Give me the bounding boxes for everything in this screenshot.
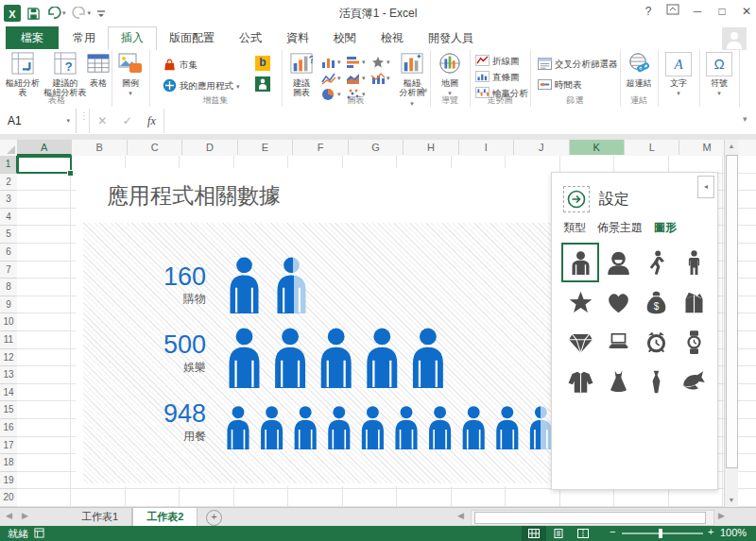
shape-option-alarm-clock[interactable] [637, 322, 675, 362]
maximize-button[interactable]: □ [714, 5, 730, 18]
vertical-scrollbar[interactable]: ▲ ▼ [724, 140, 738, 507]
shape-option-whale[interactable] [675, 362, 713, 401]
illustrations-button[interactable]: 圖例▾ [115, 52, 146, 98]
column-header-K[interactable]: K [570, 140, 625, 155]
shape-option-person-walking[interactable] [637, 243, 675, 282]
row-header-13[interactable]: 13 [0, 366, 17, 384]
shape-option-jacket[interactable] [561, 362, 599, 401]
insert-area-chart-button[interactable]: ▾ [346, 70, 370, 86]
ribbon-tab-公式[interactable]: 公式 [227, 26, 274, 50]
shape-option-diamond[interactable] [561, 322, 599, 362]
ribbon-tab-file[interactable]: 檔案 [6, 26, 59, 49]
row-header-4[interactable]: 4 [0, 209, 17, 227]
name-box[interactable]: A1 ▾ [0, 109, 77, 133]
normal-view-icon[interactable] [522, 526, 546, 541]
timeline-button[interactable]: 時間表 [538, 78, 582, 93]
row-header-8[interactable]: 8 [0, 279, 17, 296]
column-header-G[interactable]: G [349, 140, 404, 155]
shape-option-person-bust[interactable] [599, 243, 637, 282]
hyperlink-button[interactable]: 超連結 [623, 52, 655, 88]
insert-function-icon[interactable]: fx [147, 114, 156, 128]
insert-line-chart-button[interactable]: ▾ [321, 70, 346, 86]
ribbon-display-options-button[interactable] [665, 4, 680, 18]
pane-tab-類型[interactable]: 類型 [563, 220, 586, 236]
ribbon-tab-插入[interactable]: 插入 [108, 26, 157, 51]
row-header-16[interactable]: 16 [0, 419, 17, 437]
sparkline-line-button[interactable]: 折線圖 [475, 55, 520, 68]
ribbon-tab-常用[interactable]: 常用 [60, 26, 108, 50]
shape-option-person-standing[interactable] [675, 243, 713, 282]
sparkline-column-button[interactable]: 直條圖 [475, 71, 520, 84]
row-header-7[interactable]: 7 [0, 262, 17, 279]
shape-option-laptop[interactable] [599, 322, 637, 362]
column-header-D[interactable]: D [182, 140, 237, 155]
ribbon-tab-校閱[interactable]: 校閱 [321, 26, 369, 50]
page-break-view-icon[interactable] [571, 526, 595, 541]
shape-option-money-bag[interactable]: $ [637, 282, 675, 322]
pane-tab-圖形[interactable]: 圖形 [654, 220, 677, 236]
hscroll-right-icon[interactable]: ▶ [718, 511, 725, 520]
ribbon-tab-資料[interactable]: 資料 [274, 26, 321, 50]
zoom-slider-thumb[interactable] [659, 529, 662, 538]
my-apps-button[interactable]: 我的應用程式▾ [163, 78, 240, 94]
shape-option-dress[interactable] [599, 362, 637, 401]
next-sheet-icon[interactable]: ▶ [22, 511, 28, 520]
formula-bar-expand-icon[interactable]: ▾ [743, 114, 747, 124]
shape-option-heart[interactable] [599, 282, 637, 322]
column-header-E[interactable]: E [238, 140, 293, 155]
row-header-12[interactable]: 12 [0, 349, 17, 367]
formula-bar-splitter[interactable]: ⋮ [79, 113, 89, 118]
macro-record-icon[interactable] [34, 528, 44, 540]
hscroll-left-icon[interactable]: ◀ [457, 511, 464, 520]
slicer-button[interactable]: 交叉分析篩選器 [538, 58, 618, 72]
insert-stock-chart-button[interactable]: ▾ [370, 54, 395, 70]
pane-collapse-button[interactable]: ◂ [697, 176, 714, 198]
zoom-slider-track[interactable] [622, 533, 703, 534]
new-sheet-button[interactable]: + [206, 510, 222, 526]
page-layout-view-icon[interactable] [546, 526, 571, 541]
insert-bar-chart-button[interactable]: ▾ [346, 54, 370, 70]
ribbon-tab-開發人員[interactable]: 開發人員 [416, 26, 486, 50]
row-header-18[interactable]: 18 [0, 454, 17, 472]
shape-option-wristwatch[interactable] [675, 322, 713, 362]
row-header-14[interactable]: 14 [0, 384, 17, 402]
row-header-6[interactable]: 6 [0, 244, 17, 262]
column-header-I[interactable]: I [459, 140, 514, 155]
column-header-L[interactable]: L [625, 140, 679, 155]
row-header-10[interactable]: 10 [0, 313, 17, 331]
recommended-pivottables-button[interactable]: ? 建議的樞紐分析表 [43, 52, 87, 97]
zoom-level-label[interactable]: 100% [720, 527, 747, 538]
sheet-tab-工作表1[interactable]: 工作表1 [68, 508, 132, 527]
horizontal-scrollbar-thumb[interactable] [474, 512, 706, 524]
row-header-2[interactable]: 2 [0, 174, 17, 192]
shape-option-milk-carton[interactable] [675, 282, 713, 322]
row-header-15[interactable]: 15 [0, 401, 17, 419]
store-button[interactable]: 市集 [163, 58, 198, 74]
row-header-3[interactable]: 3 [0, 191, 17, 209]
bing-maps-addin-button[interactable]: b [255, 56, 270, 71]
shape-option-gown[interactable] [637, 362, 675, 401]
recommended-charts-button[interactable]: ? 建議圖表 [284, 52, 318, 97]
row-header-1[interactable]: 1 [0, 156, 18, 174]
column-header-H[interactable]: H [404, 140, 458, 155]
row-header-11[interactable]: 11 [0, 331, 17, 349]
fill-handle[interactable] [67, 170, 74, 177]
row-header-5[interactable]: 5 [0, 226, 17, 244]
select-all-corner[interactable] [0, 140, 18, 157]
pane-tab-佈景主題[interactable]: 佈景主題 [597, 220, 643, 236]
user-avatar[interactable] [722, 27, 747, 51]
map-button[interactable]: 地圖▾ [435, 52, 465, 98]
sheet-tab-工作表2[interactable]: 工作表2 [132, 508, 198, 527]
column-header-C[interactable]: C [128, 140, 182, 155]
scroll-up-icon[interactable]: ▲ [725, 140, 738, 153]
prev-sheet-icon[interactable]: ◀ [6, 511, 12, 520]
row-header-9[interactable]: 9 [0, 296, 17, 314]
row-header-19[interactable]: 19 [0, 472, 17, 490]
column-header-F[interactable]: F [293, 140, 348, 155]
column-header-A[interactable]: A [17, 140, 72, 156]
name-box-dropdown-icon[interactable]: ▾ [66, 117, 70, 125]
cancel-icon[interactable]: ✕ [97, 114, 107, 127]
column-header-B[interactable]: B [72, 140, 127, 155]
shape-option-person-torso[interactable] [561, 243, 599, 282]
people-graph-chart[interactable]: 應用程式相關數據 160購物500娛樂948用餐 [76, 168, 551, 486]
